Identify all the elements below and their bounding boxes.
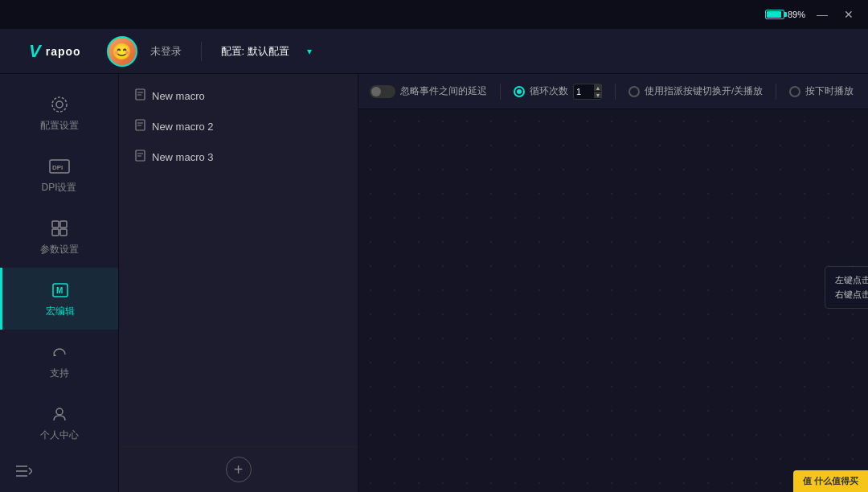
svg-point-10 bbox=[56, 408, 63, 415]
toolbar-sep-2 bbox=[615, 84, 616, 100]
editor-panel: 忽略事件之间的延迟 循环次数 ▲ ▼ bbox=[358, 74, 868, 492]
toolbar-sep-3 bbox=[776, 84, 776, 100]
macro-list-panel: New macro New macro 2 bbox=[119, 74, 358, 492]
logo-area: V rapoo bbox=[16, 41, 94, 62]
config-dropdown[interactable]: ▾ bbox=[307, 46, 312, 57]
sidebar-item-profile[interactable]: 个人中心 bbox=[0, 392, 118, 453]
watermark: 值 什么值得买 bbox=[793, 470, 868, 492]
ignore-delay-toggle[interactable] bbox=[370, 85, 395, 98]
macro-item-name-2: New macro 3 bbox=[152, 151, 214, 163]
loop-count-input[interactable] bbox=[576, 87, 594, 96]
app-container: V rapoo 😊 未登录 配置: 默认配置 ▾ 配置设置 bbox=[0, 29, 868, 492]
svg-rect-6 bbox=[52, 229, 59, 236]
toggle-play-label: 使用指派按键切换开/关播放 bbox=[645, 85, 763, 97]
svg-text:M: M bbox=[56, 286, 63, 295]
hint-line2: 右键点击编辑 bbox=[835, 288, 868, 302]
logo-text: rapoo bbox=[46, 45, 81, 58]
add-macro-button[interactable]: + bbox=[226, 457, 252, 482]
header-divider bbox=[201, 42, 202, 61]
sidebar-item-params[interactable]: 参数设置 bbox=[0, 206, 118, 268]
toolbar-press-play[interactable]: 按下时播放 bbox=[789, 85, 854, 97]
close-button[interactable]: ✕ bbox=[839, 6, 858, 23]
config-settings-icon bbox=[48, 93, 71, 116]
battery-label: 89% bbox=[788, 10, 805, 19]
svg-point-1 bbox=[52, 97, 67, 112]
avatar[interactable]: 😊 bbox=[107, 36, 137, 67]
toolbar-toggle-play[interactable]: 使用指派按键切换开/关播放 bbox=[628, 85, 763, 97]
toggle-play-radio[interactable] bbox=[628, 86, 640, 97]
svg-point-0 bbox=[56, 101, 63, 108]
toolbar-loop-count: 循环次数 ▲ ▼ bbox=[514, 84, 602, 100]
loop-count-label: 循环次数 bbox=[530, 85, 568, 97]
sidebar-item-support[interactable]: 支持 bbox=[0, 330, 118, 392]
params-icon bbox=[48, 217, 71, 240]
macro-list: New macro New macro 2 bbox=[119, 74, 358, 446]
sidebar-label-dpi: DPI设置 bbox=[41, 181, 76, 195]
loop-count-down[interactable]: ▼ bbox=[594, 92, 602, 98]
macro-item-icon-1 bbox=[135, 119, 145, 133]
macro-item-icon-0 bbox=[135, 88, 145, 103]
loop-count-stepper: ▲ ▼ bbox=[594, 84, 602, 98]
macro-item-name-0: New macro bbox=[152, 90, 205, 102]
macro-item-name-1: New macro 2 bbox=[152, 121, 214, 133]
sidebar: 配置设置 DPI DPI设置 bbox=[0, 74, 119, 492]
dpi-icon: DPI bbox=[48, 155, 71, 178]
sidebar-collapse-button[interactable] bbox=[0, 453, 118, 489]
logo-v-icon: V bbox=[29, 41, 41, 62]
config-name: 配置: 默认配置 bbox=[221, 44, 289, 59]
sidebar-item-config-settings[interactable]: 配置设置 bbox=[0, 82, 118, 144]
sidebar-item-dpi[interactable]: DPI DPI设置 bbox=[0, 144, 118, 206]
battery-icon bbox=[765, 10, 784, 19]
macro-icon: M bbox=[49, 279, 72, 301]
svg-rect-7 bbox=[60, 229, 67, 236]
toolbar-sep-1 bbox=[500, 84, 501, 100]
macro-item-0[interactable]: New macro bbox=[119, 80, 358, 111]
title-bar-controls: 89% — ✕ bbox=[765, 6, 858, 23]
body: 配置设置 DPI DPI设置 bbox=[0, 74, 868, 492]
svg-rect-5 bbox=[60, 221, 67, 228]
ignore-delay-label: 忽略事件之间的延迟 bbox=[400, 85, 487, 97]
macro-item-2[interactable]: New macro 3 bbox=[119, 141, 358, 172]
macro-list-footer: + bbox=[119, 446, 358, 492]
user-label: 未登录 bbox=[150, 44, 182, 59]
sidebar-item-macro[interactable]: M 宏编辑 bbox=[0, 268, 118, 330]
title-bar: 89% — ✕ bbox=[0, 0, 868, 29]
battery-fill bbox=[767, 11, 781, 18]
macro-item-1[interactable]: New macro 2 bbox=[119, 111, 358, 141]
header: V rapoo 😊 未登录 配置: 默认配置 ▾ bbox=[0, 29, 868, 74]
minimize-button[interactable]: — bbox=[812, 6, 833, 23]
press-play-label: 按下时播放 bbox=[805, 85, 854, 97]
sidebar-label-profile: 个人中心 bbox=[40, 428, 79, 442]
loop-count-radio[interactable] bbox=[514, 86, 525, 97]
hint-box: 左键点击选中 右键点击编辑 bbox=[825, 266, 868, 309]
editor-canvas: 左键点击选中 右键点击编辑 添加 修改 按键 延迟 bbox=[358, 109, 868, 492]
loop-count-input-wrap: ▲ ▼ bbox=[573, 84, 602, 100]
macro-item-icon-2 bbox=[135, 150, 145, 164]
press-play-radio[interactable] bbox=[789, 86, 800, 97]
sidebar-label-macro: 宏编辑 bbox=[46, 305, 75, 318]
editor-toolbar: 忽略事件之间的延迟 循环次数 ▲ ▼ bbox=[358, 74, 868, 109]
sidebar-label-params: 参数设置 bbox=[40, 243, 79, 256]
sidebar-label-support: 支持 bbox=[50, 367, 69, 380]
sidebar-label-config: 配置设置 bbox=[40, 119, 79, 133]
toolbar-ignore-delay[interactable]: 忽略事件之间的延迟 bbox=[370, 85, 487, 98]
svg-text:DPI: DPI bbox=[52, 164, 63, 171]
support-icon bbox=[48, 341, 71, 363]
loop-count-up[interactable]: ▲ bbox=[594, 84, 602, 91]
hint-line1: 左键点击选中 bbox=[835, 273, 868, 288]
battery-indicator: 89% bbox=[765, 10, 805, 19]
profile-icon bbox=[48, 403, 71, 425]
svg-rect-4 bbox=[52, 221, 59, 228]
